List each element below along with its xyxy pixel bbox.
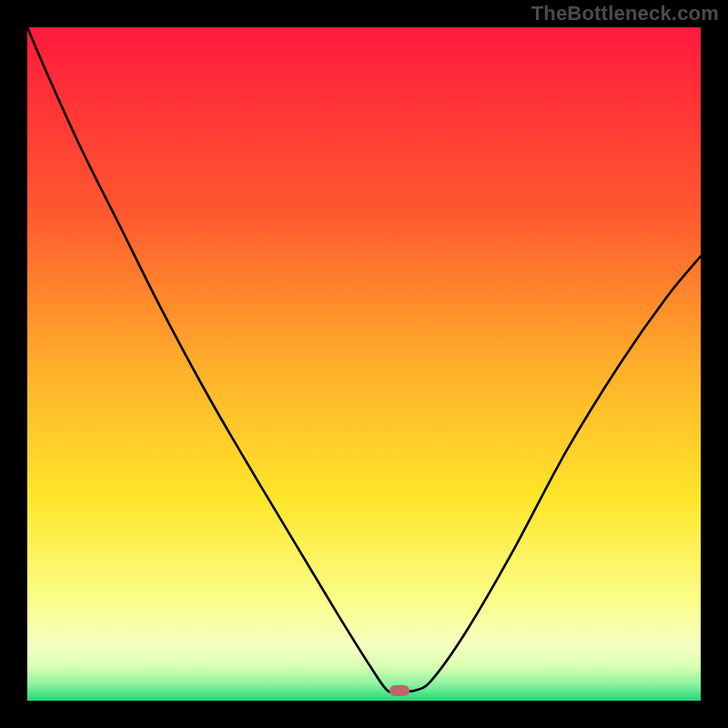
chart-frame: TheBottleneck.com — [0, 0, 728, 728]
bottleneck-curve — [27, 27, 701, 701]
plot-area — [27, 27, 701, 701]
min-point-marker — [389, 685, 410, 696]
watermark-text: TheBottleneck.com — [531, 2, 719, 25]
